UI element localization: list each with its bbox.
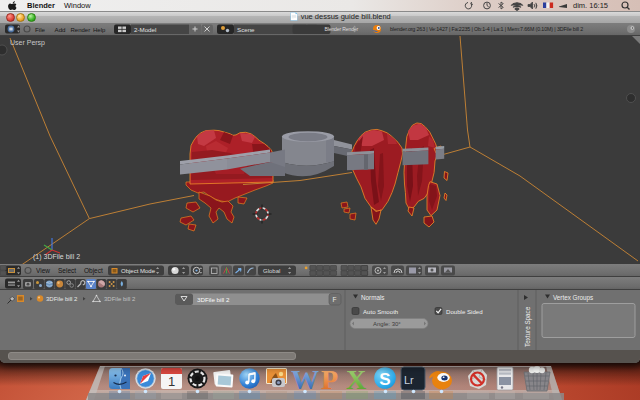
svg-text:Render: Render xyxy=(71,27,91,33)
svg-text:3DFile bill 2: 3DFile bill 2 xyxy=(104,296,136,302)
svg-text:User Persp: User Persp xyxy=(10,39,45,47)
svg-text:Lr: Lr xyxy=(404,374,414,386)
svg-text:P: P xyxy=(321,364,338,395)
svg-text:1: 1 xyxy=(168,374,175,389)
svg-text:File: File xyxy=(35,26,46,33)
svg-text:Scene: Scene xyxy=(237,26,255,33)
svg-text:X: X xyxy=(346,364,366,395)
svg-text:Texture Space: Texture Space xyxy=(524,306,532,347)
svg-text:S: S xyxy=(379,370,390,389)
svg-text:View: View xyxy=(36,267,50,274)
svg-text:Vertex Groups: Vertex Groups xyxy=(553,294,593,302)
svg-text:3DFile bill 2: 3DFile bill 2 xyxy=(197,296,230,303)
svg-text:Help: Help xyxy=(93,27,106,33)
svg-text:Window: Window xyxy=(64,1,91,10)
svg-text:Global: Global xyxy=(263,268,280,274)
svg-text:2-Model: 2-Model xyxy=(134,26,156,33)
svg-text:Object Mode: Object Mode xyxy=(121,268,156,274)
svg-text:Angle: 30°: Angle: 30° xyxy=(373,321,401,327)
svg-text:3DFile bill 2: 3DFile bill 2 xyxy=(46,296,78,302)
svg-text:Double Sided: Double Sided xyxy=(446,308,483,315)
svg-text:dim. 16:15: dim. 16:15 xyxy=(573,1,608,10)
svg-text:F: F xyxy=(333,296,337,303)
svg-text:blender.org 263 | Ve:1427 | Fa: blender.org 263 | Ve:1427 | Fa:2235 | Ob… xyxy=(390,26,583,32)
svg-text:Blender: Blender xyxy=(27,1,55,10)
svg-text:Auto Smooth: Auto Smooth xyxy=(363,308,398,315)
svg-text:Add: Add xyxy=(55,26,67,33)
svg-text:Object: Object xyxy=(84,267,103,275)
svg-text:(1) 3DFile bill 2: (1) 3DFile bill 2 xyxy=(33,253,80,261)
svg-text:Normals: Normals xyxy=(361,294,384,301)
svg-text:Select: Select xyxy=(58,267,76,274)
